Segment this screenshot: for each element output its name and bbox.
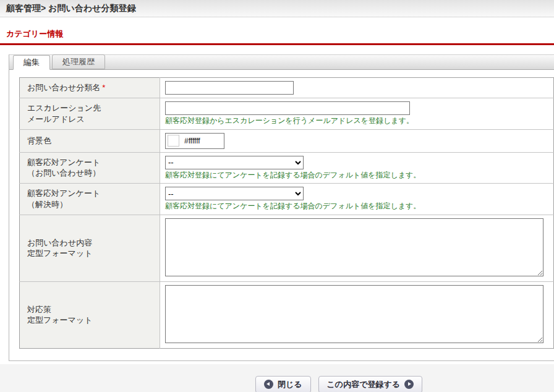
field-label-escalation-2: メールアドレス (27, 114, 153, 125)
footer-bar: 閉じる この内容で登録する (0, 364, 554, 392)
field-label-response-format-2: 定型フォーマット (27, 315, 153, 326)
table-row: エスカレーション先 メールアドレス 顧客応対登録からエスカレーションを行うメール… (20, 98, 554, 130)
field-label-survey-resolved-2: （解決時） (27, 199, 153, 210)
table-row: 顧客応対アンケート （お問い合わせ時） -- 顧客応対登録にてアンケートを記録す… (20, 152, 554, 184)
tab-history[interactable]: 処理履歴 (52, 54, 105, 69)
arrow-left-icon (264, 380, 273, 389)
response-format-textarea[interactable] (165, 285, 543, 343)
category-form-table: お問い合わせ分類名* エスカレーション先 メールアドレス 顧客応対登録からエスカ… (19, 77, 554, 349)
category-name-input[interactable] (165, 81, 294, 95)
field-label-category-name: お問い合わせ分類名 (27, 83, 100, 92)
field-label-survey-inquiry-2: （お問い合わせ時） (27, 168, 153, 179)
table-row: 対応策 定型フォーマット (20, 281, 554, 348)
field-label-response-format: 対応策 (27, 304, 153, 315)
field-label-escalation: エスカレーション先 (27, 103, 153, 114)
tab-strip: 編集 処理履歴 (9, 54, 554, 70)
close-button-label: 閉じる (278, 379, 302, 390)
arrow-right-icon (404, 380, 414, 389)
survey-resolved-help-text: 顧客応対登録にてアンケートを記録する場合のデフォルト値を指定します。 (165, 202, 548, 211)
table-row: 顧客応対アンケート （解決時） -- 顧客応対登録にてアンケートを記録する場合の… (20, 184, 554, 215)
table-row: お問い合わせ分類名* (20, 78, 554, 98)
escalation-help-text: 顧客応対登録からエスカレーションを行うメールアドレスを登録します。 (165, 116, 548, 126)
table-row: 背景色 #ffffff (20, 129, 554, 152)
field-label-inquiry-format: お問い合わせ内容 (27, 237, 153, 249)
background-color-picker[interactable]: #ffffff (165, 133, 224, 149)
section-divider (0, 43, 554, 45)
category-panel: 編集 処理履歴 お問い合わせ分類名* エスカレーション先 メールアドレス (9, 54, 554, 361)
survey-resolved-select[interactable]: -- (165, 187, 304, 200)
field-label-survey-resolved: 顧客応対アンケート (27, 188, 153, 199)
survey-inquiry-select[interactable]: -- (165, 156, 304, 169)
footer-buttons: 閉じる この内容で登録する (255, 373, 422, 392)
field-label-bg-color: 背景色 (27, 136, 51, 145)
field-label-inquiry-format-2: 定型フォーマット (27, 248, 153, 259)
form-content: お問い合わせ分類名* エスカレーション先 メールアドレス 顧客応対登録からエスカ… (9, 70, 554, 360)
survey-inquiry-help-text: 顧客応対登録にてアンケートを記録する場合のデフォルト値を指定します。 (165, 171, 548, 181)
table-row: お問い合わせ内容 定型フォーマット (20, 215, 554, 281)
breadcrumb-bar: 顧客管理> お問い合わせ分類登録 (0, 0, 554, 17)
close-button[interactable]: 閉じる (255, 376, 311, 392)
submit-button[interactable]: この内容で登録する (318, 376, 423, 392)
tab-edit[interactable]: 編集 (13, 55, 50, 70)
breadcrumb: 顧客管理> お問い合わせ分類登録 (6, 3, 135, 14)
required-mark: * (102, 83, 105, 92)
color-value: #ffffff (184, 137, 200, 145)
color-swatch (168, 135, 179, 147)
escalation-email-input[interactable] (165, 101, 410, 115)
field-label-survey-inquiry: 顧客応対アンケート (27, 157, 153, 168)
inquiry-format-textarea[interactable] (165, 218, 543, 276)
submit-button-label: この内容で登録する (327, 379, 401, 390)
section-heading: カテゴリー情報 (6, 28, 554, 40)
